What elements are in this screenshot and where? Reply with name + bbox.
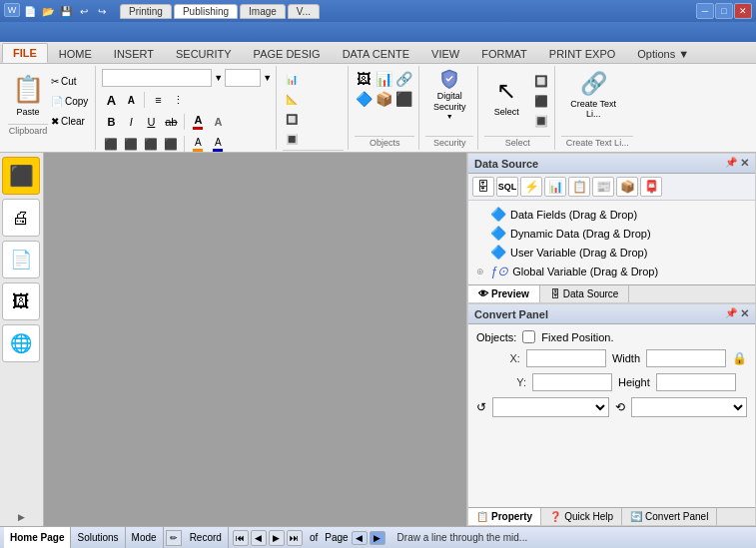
property-btn2[interactable]: 📐 (283, 90, 301, 108)
bullets-btn[interactable]: ≡ (149, 91, 167, 109)
obj-btn3[interactable]: 🔗 (394, 70, 412, 88)
nav-last-btn[interactable]: ⏭ (287, 530, 303, 546)
ds-btn-box[interactable]: 📦 (616, 177, 638, 197)
cp-tab-property[interactable]: 📋 Property (468, 508, 541, 525)
ds-btn-filter[interactable]: ⚡ (520, 177, 542, 197)
ds-item-dynamic-data[interactable]: 🔷 Dynamic Data (Drag & Drop) (468, 224, 755, 243)
obj-btn4[interactable]: 🔷 (355, 90, 373, 108)
convert-close-btn[interactable]: ✕ (740, 307, 749, 320)
bold-button[interactable]: B (102, 113, 120, 131)
sidebar-print-btn[interactable]: 🖨 (2, 199, 40, 237)
ds-item-global-variable[interactable]: ⊕ ƒ⊙ Global Variable (Drag & Drop) (468, 262, 755, 280)
tab-file[interactable]: FILE (2, 43, 48, 63)
select-option1[interactable]: 🔲 (532, 72, 550, 90)
align-left-btn[interactable]: ⬛ (102, 135, 120, 153)
page-prev-btn[interactable]: ◀ (352, 531, 368, 545)
new-btn[interactable]: 📄 (22, 3, 38, 19)
obj-btn1[interactable]: 🖼 (355, 70, 373, 88)
title-tab-printing[interactable]: Printing (120, 4, 172, 19)
cp-y-input[interactable] (532, 373, 612, 391)
ds-btn-db[interactable]: 🗄 (472, 177, 494, 197)
ds-btn-chart[interactable]: 📊 (544, 177, 566, 197)
digital-security-button[interactable]: Digital Security ▼ (425, 68, 473, 122)
property-btn3[interactable]: 🔲 (283, 110, 301, 128)
redo-btn[interactable]: ↪ (94, 3, 110, 19)
undo-btn[interactable]: ↩ (76, 3, 92, 19)
font-name-dropdown[interactable]: ▼ (214, 73, 223, 83)
border-color-btn[interactable]: A (209, 135, 227, 153)
sidebar-home-btn[interactable]: ⬛ (2, 157, 40, 195)
tab-print-export[interactable]: PRINT EXPO (538, 43, 626, 63)
cp-transform-select[interactable] (631, 397, 748, 417)
select-button[interactable]: ↖ Select (484, 70, 528, 124)
title-tab-image[interactable]: Image (240, 4, 286, 19)
convert-pin-btn[interactable]: 📌 (725, 307, 737, 320)
ds-tab-preview[interactable]: 👁 Preview (468, 285, 540, 302)
ds-btn-sql[interactable]: SQL (496, 177, 518, 197)
create-text-link-button[interactable]: 🔗 Create Text Li... (561, 68, 625, 122)
status-home-page[interactable]: Home Page (4, 527, 71, 548)
ds-tab-datasource[interactable]: 🗄 Data Source (540, 285, 630, 302)
property-btn1[interactable]: 📊 (283, 70, 301, 88)
cp-fixed-position-checkbox[interactable] (522, 330, 535, 343)
tab-options[interactable]: Options ▼ (626, 43, 700, 63)
font-size-up-btn[interactable]: A (102, 91, 120, 109)
cp-tab-quick-help[interactable]: ❓ Quick Help (541, 508, 622, 525)
panel-close-btn[interactable]: ✕ (740, 157, 749, 170)
obj-btn2[interactable]: 📊 (375, 70, 392, 88)
tab-security[interactable]: SECURITY (165, 43, 243, 63)
open-btn[interactable]: 📂 (40, 3, 56, 19)
font-size-dropdown[interactable]: ▼ (263, 73, 272, 83)
copy-button[interactable]: 📄 Copy (48, 92, 91, 110)
sidebar-pdf-btn[interactable]: 📄 (2, 241, 40, 278)
minimize-btn[interactable]: ─ (696, 3, 714, 19)
tab-page-design[interactable]: PAGE DESIG (243, 43, 332, 63)
cp-x-input[interactable] (526, 349, 606, 367)
cp-rotation-select[interactable] (492, 397, 609, 417)
sidebar-collapse[interactable]: ▶ (2, 512, 41, 522)
title-tab-publishing[interactable]: Publishing (174, 4, 238, 19)
ds-item-user-variable[interactable]: 🔷 User Variable (Drag & Drop) (468, 243, 755, 262)
obj-btn5[interactable]: 📦 (375, 90, 392, 108)
status-solutions[interactable]: Solutions (71, 527, 125, 548)
status-record[interactable]: Record (184, 527, 229, 548)
font-size-down-btn[interactable]: A (122, 91, 140, 109)
cp-height-input[interactable] (656, 373, 736, 391)
clear-button[interactable]: ✖ Clear (48, 112, 91, 130)
tab-insert[interactable]: INSERT (103, 43, 165, 63)
tab-view[interactable]: VIEW (420, 43, 470, 63)
sidebar-image-btn[interactable]: 🖼 (2, 282, 40, 320)
ds-btn-clipboard[interactable]: 📋 (568, 177, 590, 197)
underline-button[interactable]: U (142, 113, 160, 131)
obj-btn6[interactable]: ⬛ (394, 90, 412, 108)
italic-button[interactable]: I (122, 113, 140, 131)
highlight-btn[interactable]: A (209, 113, 227, 131)
paste-button[interactable]: 📋 Paste (8, 68, 48, 122)
close-btn[interactable]: ✕ (734, 3, 752, 19)
ds-btn-mail[interactable]: 📮 (640, 177, 662, 197)
font-size-input[interactable] (225, 69, 261, 87)
align-center-btn[interactable]: ⬛ (122, 135, 140, 153)
mode-icon[interactable]: ✏ (166, 530, 182, 546)
font-color-btn[interactable]: A (189, 113, 207, 131)
title-tab-v[interactable]: V... (288, 4, 320, 19)
cp-width-input[interactable] (646, 349, 726, 367)
ds-item-data-fields[interactable]: 🔷 Data Fields (Drag & Drop) (468, 205, 755, 224)
sidebar-web-btn[interactable]: 🌐 (2, 324, 40, 362)
align-justify-btn[interactable]: ⬛ (162, 135, 180, 153)
numbering-btn[interactable]: ⋮ (169, 91, 187, 109)
select-option3[interactable]: 🔳 (532, 112, 550, 130)
maximize-btn[interactable]: □ (715, 3, 733, 19)
page-next-btn[interactable]: ▶ (370, 531, 385, 545)
nav-next-btn[interactable]: ▶ (269, 530, 285, 546)
align-right-btn[interactable]: ⬛ (142, 135, 160, 153)
save-btn[interactable]: 💾 (58, 3, 74, 19)
property-btn4[interactable]: 🔳 (283, 130, 301, 148)
nav-first-btn[interactable]: ⏮ (233, 530, 249, 546)
strikethrough-button[interactable]: ab (162, 113, 180, 131)
panel-pin-btn[interactable]: 📌 (725, 157, 737, 170)
color-fill-btn[interactable]: A (189, 135, 207, 153)
tab-data-center[interactable]: DATA CENTE (332, 43, 420, 63)
tab-home[interactable]: HOME (48, 43, 103, 63)
ds-btn-paper[interactable]: 📰 (592, 177, 614, 197)
